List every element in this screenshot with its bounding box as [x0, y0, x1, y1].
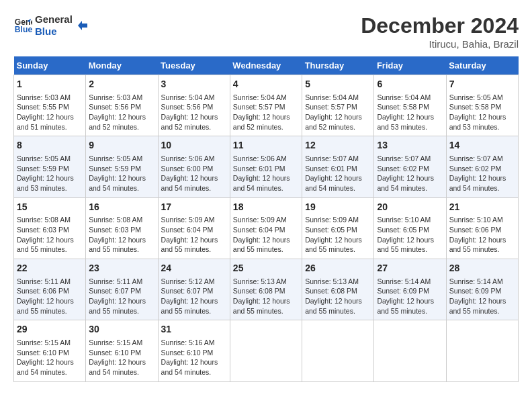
- day-info: Sunrise: 5:04 AM Sunset: 5:58 PM Dayligh…: [377, 93, 443, 132]
- day-number: 1: [17, 78, 83, 91]
- calendar-cell: 19Sunrise: 5:09 AM Sunset: 6:05 PM Dayli…: [302, 197, 374, 259]
- week-row-3: 15Sunrise: 5:08 AM Sunset: 6:03 PM Dayli…: [14, 197, 519, 259]
- day-number: 22: [17, 262, 83, 275]
- day-info: Sunrise: 5:13 AM Sunset: 6:08 PM Dayligh…: [305, 277, 371, 316]
- day-number: 25: [233, 262, 299, 275]
- day-info: Sunrise: 5:09 AM Sunset: 6:04 PM Dayligh…: [161, 215, 227, 255]
- calendar-cell: 20Sunrise: 5:10 AM Sunset: 6:05 PM Dayli…: [374, 197, 446, 259]
- day-info: Sunrise: 5:15 AM Sunset: 6:10 PM Dayligh…: [89, 338, 154, 377]
- day-info: Sunrise: 5:14 AM Sunset: 6:09 PM Dayligh…: [377, 277, 443, 316]
- calendar-cell: 22Sunrise: 5:11 AM Sunset: 6:06 PM Dayli…: [14, 259, 86, 320]
- day-info: Sunrise: 5:05 AM Sunset: 5:59 PM Dayligh…: [17, 154, 83, 193]
- calendar-cell: 15Sunrise: 5:08 AM Sunset: 6:03 PM Dayli…: [14, 197, 86, 259]
- day-info: Sunrise: 5:14 AM Sunset: 6:09 PM Dayligh…: [449, 277, 515, 316]
- column-header-tuesday: Tuesday: [158, 56, 230, 75]
- column-header-monday: Monday: [86, 56, 158, 75]
- header: General Blue General Blue December 2024 …: [13, 13, 519, 50]
- day-info: Sunrise: 5:13 AM Sunset: 6:08 PM Dayligh…: [233, 277, 299, 316]
- week-row-1: 1Sunrise: 5:03 AM Sunset: 5:55 PM Daylig…: [14, 75, 519, 136]
- logo-arrow-icon: [75, 19, 89, 32]
- svg-text:Blue: Blue: [15, 25, 32, 34]
- calendar-cell: 17Sunrise: 5:09 AM Sunset: 6:04 PM Dayli…: [158, 197, 230, 259]
- day-number: 15: [17, 201, 83, 214]
- day-info: Sunrise: 5:09 AM Sunset: 6:05 PM Dayligh…: [305, 215, 371, 255]
- column-header-friday: Friday: [374, 56, 446, 75]
- calendar-cell: 28Sunrise: 5:14 AM Sunset: 6:09 PM Dayli…: [446, 259, 518, 320]
- calendar-cell: 5Sunrise: 5:04 AM Sunset: 5:57 PM Daylig…: [302, 75, 374, 136]
- day-number: 19: [305, 201, 371, 214]
- column-header-wednesday: Wednesday: [230, 56, 302, 75]
- calendar-cell: 26Sunrise: 5:13 AM Sunset: 6:08 PM Dayli…: [302, 259, 374, 320]
- logo: General Blue General Blue: [13, 13, 89, 38]
- logo-icon: General Blue: [13, 16, 32, 35]
- column-header-saturday: Saturday: [446, 56, 518, 75]
- day-number: 23: [89, 262, 154, 275]
- calendar-cell: 12Sunrise: 5:07 AM Sunset: 6:01 PM Dayli…: [302, 136, 374, 197]
- calendar-cell: 31Sunrise: 5:16 AM Sunset: 6:10 PM Dayli…: [158, 320, 230, 381]
- calendar-cell: 21Sunrise: 5:10 AM Sunset: 6:06 PM Dayli…: [446, 197, 518, 259]
- svg-marker-3: [78, 21, 87, 30]
- day-info: Sunrise: 5:05 AM Sunset: 5:59 PM Dayligh…: [89, 154, 154, 193]
- calendar-cell: 30Sunrise: 5:15 AM Sunset: 6:10 PM Dayli…: [86, 320, 158, 381]
- calendar-cell: [374, 320, 446, 381]
- calendar-cell: 8Sunrise: 5:05 AM Sunset: 5:59 PM Daylig…: [14, 136, 86, 197]
- week-row-4: 22Sunrise: 5:11 AM Sunset: 6:06 PM Dayli…: [14, 259, 519, 320]
- calendar-cell: 1Sunrise: 5:03 AM Sunset: 5:55 PM Daylig…: [14, 75, 86, 136]
- column-header-sunday: Sunday: [14, 56, 86, 75]
- calendar-cell: 6Sunrise: 5:04 AM Sunset: 5:58 PM Daylig…: [374, 75, 446, 136]
- day-info: Sunrise: 5:04 AM Sunset: 5:57 PM Dayligh…: [233, 93, 299, 132]
- day-number: 13: [377, 139, 443, 152]
- day-info: Sunrise: 5:09 AM Sunset: 6:04 PM Dayligh…: [233, 215, 299, 255]
- week-row-5: 29Sunrise: 5:15 AM Sunset: 6:10 PM Dayli…: [14, 320, 519, 381]
- day-number: 24: [161, 262, 227, 275]
- day-info: Sunrise: 5:07 AM Sunset: 6:02 PM Dayligh…: [449, 154, 515, 193]
- calendar-cell: 4Sunrise: 5:04 AM Sunset: 5:57 PM Daylig…: [230, 75, 302, 136]
- day-info: Sunrise: 5:04 AM Sunset: 5:57 PM Dayligh…: [305, 93, 371, 132]
- day-info: Sunrise: 5:07 AM Sunset: 6:02 PM Dayligh…: [377, 154, 443, 193]
- day-number: 12: [305, 139, 371, 152]
- day-info: Sunrise: 5:05 AM Sunset: 5:58 PM Dayligh…: [449, 93, 515, 132]
- day-info: Sunrise: 5:06 AM Sunset: 6:00 PM Dayligh…: [161, 154, 227, 193]
- day-number: 21: [449, 201, 515, 214]
- day-number: 6: [377, 78, 443, 91]
- day-number: 30: [89, 323, 154, 336]
- calendar-cell: 7Sunrise: 5:05 AM Sunset: 5:58 PM Daylig…: [446, 75, 518, 136]
- column-header-thursday: Thursday: [302, 56, 374, 75]
- day-info: Sunrise: 5:08 AM Sunset: 6:03 PM Dayligh…: [17, 215, 83, 255]
- day-info: Sunrise: 5:04 AM Sunset: 5:56 PM Dayligh…: [161, 93, 227, 132]
- calendar-cell: 2Sunrise: 5:03 AM Sunset: 5:56 PM Daylig…: [86, 75, 158, 136]
- day-number: 29: [17, 323, 83, 336]
- day-info: Sunrise: 5:11 AM Sunset: 6:07 PM Dayligh…: [89, 277, 154, 316]
- day-number: 2: [89, 78, 154, 91]
- logo-line1: General: [35, 13, 73, 26]
- day-number: 20: [377, 201, 443, 214]
- calendar-cell: 3Sunrise: 5:04 AM Sunset: 5:56 PM Daylig…: [158, 75, 230, 136]
- calendar-cell: 27Sunrise: 5:14 AM Sunset: 6:09 PM Dayli…: [374, 259, 446, 320]
- calendar-cell: 18Sunrise: 5:09 AM Sunset: 6:04 PM Dayli…: [230, 197, 302, 259]
- calendar-cell: 16Sunrise: 5:08 AM Sunset: 6:03 PM Dayli…: [86, 197, 158, 259]
- day-number: 16: [89, 201, 154, 214]
- day-number: 31: [161, 323, 227, 336]
- day-info: Sunrise: 5:10 AM Sunset: 6:05 PM Dayligh…: [377, 215, 443, 255]
- logo-text-block: General Blue: [35, 13, 73, 38]
- day-info: Sunrise: 5:12 AM Sunset: 6:07 PM Dayligh…: [161, 277, 227, 316]
- day-number: 18: [233, 201, 299, 214]
- calendar-cell: [230, 320, 302, 381]
- calendar-cell: 11Sunrise: 5:06 AM Sunset: 6:01 PM Dayli…: [230, 136, 302, 197]
- day-info: Sunrise: 5:10 AM Sunset: 6:06 PM Dayligh…: [449, 215, 515, 255]
- calendar-cell: 24Sunrise: 5:12 AM Sunset: 6:07 PM Dayli…: [158, 259, 230, 320]
- day-info: Sunrise: 5:16 AM Sunset: 6:10 PM Dayligh…: [161, 338, 227, 377]
- calendar-cell: [302, 320, 374, 381]
- main-title: December 2024: [361, 13, 519, 38]
- day-number: 5: [305, 78, 371, 91]
- day-info: Sunrise: 5:03 AM Sunset: 5:56 PM Dayligh…: [89, 93, 154, 132]
- day-info: Sunrise: 5:06 AM Sunset: 6:01 PM Dayligh…: [233, 154, 299, 193]
- day-number: 3: [161, 78, 227, 91]
- day-number: 8: [17, 139, 83, 152]
- day-number: 7: [449, 78, 515, 91]
- calendar-cell: [446, 320, 518, 381]
- calendar-cell: 14Sunrise: 5:07 AM Sunset: 6:02 PM Dayli…: [446, 136, 518, 197]
- day-number: 28: [449, 262, 515, 275]
- day-number: 10: [161, 139, 227, 152]
- day-number: 27: [377, 262, 443, 275]
